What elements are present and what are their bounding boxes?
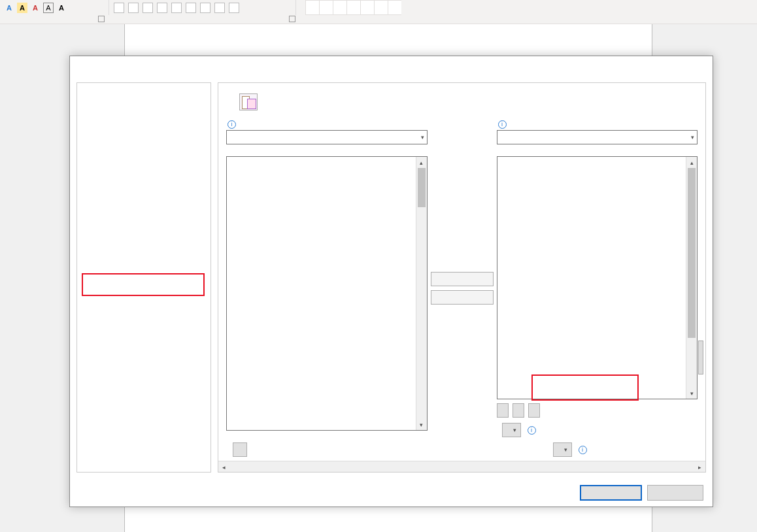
info-icon[interactable]: i [579, 446, 587, 454]
scroll-left-icon[interactable]: ◂ [218, 461, 229, 473]
style-standard[interactable] [305, 0, 320, 15]
scroll-up-icon[interactable]: ▴ [416, 157, 427, 168]
ribbon-tree[interactable]: ▴ ▾ [497, 156, 698, 399]
font-effects-icon[interactable]: A [56, 3, 67, 13]
info-icon[interactable]: i [528, 426, 536, 435]
customize-keys-button[interactable] [233, 442, 247, 457]
scroll-up-icon[interactable]: ▴ [686, 157, 697, 168]
rename-button[interactable] [528, 403, 540, 418]
scroll-right-icon[interactable]: ▸ [694, 461, 705, 473]
bullets-icon[interactable] [114, 3, 124, 13]
paragraph-dialog-launcher-icon[interactable] [98, 16, 105, 22]
style-heading2[interactable] [347, 0, 361, 15]
line-spacing-icon[interactable] [200, 3, 210, 13]
cancel-button[interactable] [647, 485, 703, 501]
reset-dropdown[interactable]: ▾ [502, 423, 521, 437]
word-options-dialog: i ▾ ▴ ▾ [69, 56, 713, 507]
styles-gallery[interactable] [305, 0, 757, 15]
transfer-buttons [430, 120, 494, 457]
commands-listbox[interactable]: ▴ ▾ [226, 156, 428, 431]
font-color2-icon[interactable]: A [30, 3, 41, 13]
scrollbar[interactable]: ▴ ▾ [686, 157, 697, 399]
chevron-down-icon: ▾ [691, 134, 694, 141]
style-title[interactable] [361, 0, 375, 15]
choose-commands-combo[interactable]: ▾ [226, 130, 428, 144]
style-no-spacing[interactable] [320, 0, 333, 15]
align-left-icon[interactable] [157, 3, 167, 13]
align-center-icon[interactable] [171, 3, 182, 13]
highlight-icon[interactable]: A [17, 3, 27, 13]
scroll-thumb[interactable] [688, 168, 696, 338]
options-pane: i ▾ ▴ ▾ [218, 82, 706, 473]
chevron-down-icon: ▾ [513, 427, 516, 433]
dialog-title [70, 56, 713, 76]
scroll-thumb[interactable] [418, 168, 426, 207]
new-group-button[interactable] [513, 403, 524, 418]
ribbon-font-group: A A A A A [0, 0, 109, 15]
options-nav [76, 82, 211, 473]
char-border-icon[interactable]: A [43, 3, 54, 13]
ribbon-paragraph-group [110, 0, 296, 15]
paragraph-dialog-launcher2-icon[interactable] [289, 16, 295, 22]
style-subtitle[interactable] [375, 0, 388, 15]
ok-button[interactable] [580, 485, 642, 501]
new-tab-button[interactable] [497, 403, 509, 418]
align-right-icon[interactable] [186, 3, 196, 13]
horizontal-scrollbar[interactable]: ◂ ▸ [218, 461, 705, 472]
reorder-buttons[interactable] [698, 341, 703, 374]
shading-icon[interactable] [214, 3, 225, 13]
ribbon-customize-icon [239, 93, 258, 110]
chevron-down-icon: ▾ [564, 446, 567, 453]
info-icon[interactable]: i [498, 120, 507, 129]
numbering-icon[interactable] [128, 3, 139, 13]
ribbon-column: i ▾ ▴ ▾ [497, 120, 698, 457]
commands-column: i ▾ ▴ ▾ [226, 120, 428, 457]
style-heading1[interactable] [333, 0, 347, 15]
close-button[interactable] [683, 56, 713, 76]
dialog-footer [70, 479, 713, 507]
multilevel-icon[interactable] [143, 3, 153, 13]
scroll-down-icon[interactable]: ▾ [416, 419, 427, 430]
info-icon[interactable]: i [227, 120, 236, 129]
remove-button [431, 290, 494, 305]
borders-icon[interactable] [229, 3, 239, 13]
chevron-down-icon: ▾ [421, 134, 424, 141]
font-color-icon[interactable]: A [4, 3, 14, 13]
style-more[interactable] [388, 0, 401, 15]
import-export-dropdown[interactable]: ▾ [553, 442, 572, 457]
scrollbar[interactable]: ▴ ▾ [416, 157, 427, 430]
scroll-down-icon[interactable]: ▾ [686, 388, 697, 399]
add-button [431, 272, 494, 286]
customize-ribbon-combo[interactable]: ▾ [497, 130, 698, 144]
help-button[interactable] [654, 56, 683, 76]
